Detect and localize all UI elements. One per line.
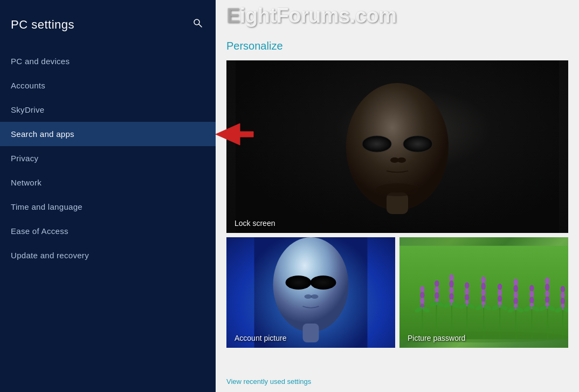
sidebar-title: PC settings [11,18,74,32]
svg-point-6 [362,136,391,152]
svg-point-14 [286,276,312,290]
nav-item-wrapper-update-recovery: Update and recovery [0,243,216,267]
lock-screen-image[interactable]: Lock screen [226,60,568,233]
sidebar-item-privacy[interactable]: Privacy [0,146,216,170]
picture-password-label: Picture password [408,334,465,342]
svg-point-81 [545,291,549,297]
svg-point-59 [498,295,502,302]
svg-point-29 [435,292,439,299]
sidebar-item-accounts[interactable]: Accounts [0,73,216,98]
nav-item-wrapper-time-language: Time and language [0,195,216,219]
sidebar-item-pc-devices[interactable]: PC and devices [0,49,216,73]
svg-point-9 [397,157,406,163]
svg-point-16 [305,294,312,299]
watermark-text: EightForums.com [216,0,579,27]
svg-point-37 [449,293,453,300]
svg-point-17 [311,294,319,299]
sidebar: PC settings PC and devices Accounts SkyD… [0,0,216,392]
svg-point-20 [420,286,424,292]
svg-point-35 [449,280,453,288]
svg-point-15 [311,276,336,290]
picture-password-bg [399,237,568,348]
svg-point-67 [513,298,518,304]
svg-point-65 [513,285,518,293]
svg-point-28 [435,286,439,293]
svg-point-72 [529,285,534,292]
svg-point-44 [465,294,469,300]
svg-point-34 [449,274,453,281]
svg-point-36 [449,287,453,294]
sidebar-item-skydrive[interactable]: SkyDrive [0,98,216,122]
search-icon-button[interactable] [191,16,205,33]
svg-point-74 [529,297,534,304]
nav-item-wrapper-network: Network [0,170,216,195]
svg-point-50 [481,283,485,290]
view-recently-used-link[interactable]: View recently used settings [216,371,579,392]
svg-point-21 [420,292,424,298]
svg-point-57 [498,284,502,290]
svg-point-82 [545,297,549,303]
svg-line-1 [199,24,202,27]
svg-rect-13 [303,324,319,342]
sidebar-item-network[interactable]: Network [0,170,216,195]
page-title: Personalize [216,38,579,60]
nav-item-wrapper-privacy: Privacy [0,146,216,170]
sidebar-item-update-recovery[interactable]: Update and recovery [0,243,216,267]
nav-item-wrapper-search-apps: Search and apps [0,122,216,146]
svg-point-87 [561,286,565,292]
account-picture-image[interactable]: Account picture [226,237,395,348]
svg-point-7 [403,136,432,152]
watermark-prefix: E [226,4,240,27]
nav-item-wrapper-accounts: Accounts [0,73,216,98]
svg-point-80 [545,284,549,291]
sidebar-header: PC settings [0,11,216,49]
nav-item-wrapper-pc-devices: PC and devices [0,49,216,73]
image-grid: Lock screen [216,60,579,371]
svg-point-12 [273,237,349,332]
svg-point-10 [376,183,419,196]
svg-point-22 [420,298,424,304]
account-picture-label: Account picture [235,334,287,342]
sidebar-item-ease-access[interactable]: Ease of Access [0,219,216,243]
svg-point-51 [481,290,485,296]
sidebar-item-search-apps[interactable]: Search and apps [0,122,216,146]
svg-point-43 [465,288,469,294]
nav-item-wrapper-ease-access: Ease of Access [0,219,216,243]
alien-dark-illustration [226,60,568,233]
lock-screen-bg [226,60,568,233]
watermark: EightForums.com [216,0,579,27]
svg-point-58 [498,290,502,296]
alien-light-illustration [226,237,395,348]
lavender-illustration [399,237,568,348]
svg-point-79 [545,277,549,285]
nav-item-wrapper-skydrive: SkyDrive [0,98,216,122]
svg-point-52 [481,295,485,302]
svg-point-89 [561,298,565,304]
svg-point-49 [481,276,485,284]
lock-screen-label: Lock screen [235,219,275,228]
svg-point-66 [513,292,518,298]
bottom-images-row: Account picture [226,237,568,348]
svg-point-88 [561,292,565,298]
main-content: EightForums.com Personalize [216,0,579,392]
account-picture-bg [226,237,395,348]
svg-point-73 [529,291,534,298]
svg-point-42 [465,282,469,288]
svg-point-27 [435,280,439,287]
picture-password-image[interactable]: Picture password [399,237,568,348]
svg-point-64 [513,279,518,286]
watermark-main: ightForums.com [240,4,397,27]
sidebar-item-time-language[interactable]: Time and language [0,195,216,219]
